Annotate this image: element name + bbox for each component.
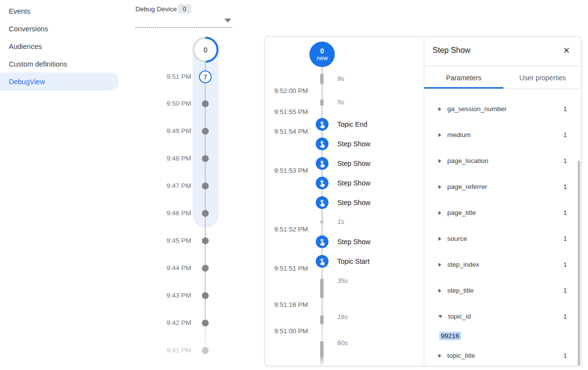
param-count: 1	[563, 131, 567, 139]
chevron-right-icon[interactable]	[438, 354, 441, 358]
param-row-step_index[interactable]: step_index1	[424, 252, 582, 278]
gap-marker	[320, 99, 324, 106]
param-name: source	[447, 235, 467, 242]
event-name[interactable]: Step Show	[337, 237, 370, 247]
param-count: 1	[563, 287, 567, 294]
chevron-right-icon[interactable]	[438, 133, 441, 137]
param-name: page_referrer	[447, 183, 487, 190]
sidebar-item-custom-definitions[interactable]: Custom definitions	[0, 55, 119, 73]
event-timestamp: 9:51:00 PM	[271, 326, 308, 336]
chevron-right-icon[interactable]	[438, 107, 441, 111]
param-row-page_location[interactable]: page_location1	[424, 148, 582, 174]
touch-event-icon[interactable]	[316, 157, 328, 170]
minute-dot[interactable]	[202, 100, 209, 107]
touch-event-icon[interactable]	[316, 177, 328, 189]
sidebar-item-debugview[interactable]: DebugView	[0, 72, 119, 91]
event-timestamp: 9:51:53 PM	[271, 166, 308, 176]
minute-dot[interactable]	[202, 128, 209, 135]
param-count: 1	[563, 209, 567, 216]
event-timestamp: 9:51:51 PM	[271, 264, 308, 274]
param-value-row: 99216	[424, 329, 582, 343]
param-row-ga_session_number[interactable]: ga_session_number1	[424, 96, 582, 122]
event-name[interactable]: Topic End	[337, 119, 367, 129]
minute-dot[interactable]	[202, 155, 209, 162]
param-row-page_referrer[interactable]: page_referrer1	[424, 174, 582, 200]
event-name[interactable]: Step Show	[337, 139, 370, 149]
event-timestamp: 9:51:55 PM	[271, 107, 308, 117]
touch-event-icon[interactable]	[316, 118, 328, 131]
gap-duration-label: 1s	[337, 217, 344, 226]
gap-duration-label: 16s	[337, 313, 348, 322]
chevron-right-icon[interactable]	[438, 211, 441, 215]
param-name: topic_title	[447, 352, 475, 359]
event-name[interactable]: Step Show	[337, 198, 370, 208]
touch-event-icon[interactable]	[316, 138, 328, 150]
param-name: topic_id	[448, 313, 471, 320]
chevron-right-icon[interactable]	[438, 185, 441, 189]
param-row-page_title[interactable]: page_title1	[424, 200, 582, 226]
scrollbar-thumb[interactable]	[578, 161, 580, 366]
minutes-top-spinner[interactable]: 0	[193, 37, 218, 63]
gap-marker	[320, 341, 324, 366]
param-row-topic_title[interactable]: topic_title1	[424, 343, 582, 366]
event-name[interactable]: Step Show	[337, 159, 370, 168]
debug-device-select[interactable]	[135, 15, 232, 28]
touch-event-icon[interactable]	[316, 255, 328, 268]
gap-marker	[320, 278, 324, 298]
minute-dot[interactable]	[202, 320, 209, 326]
minute-event-count[interactable]: 7	[199, 70, 212, 83]
debug-device-label: Debug Device	[135, 5, 177, 13]
minute-dot[interactable]	[202, 347, 209, 354]
tab-parameters[interactable]: Parameters	[424, 66, 503, 89]
debugview-card: 0 new 9:52:00 PM9:51:55 PM9:51:54 PM9:51…	[264, 36, 582, 366]
gap-marker	[320, 73, 324, 84]
minute-time-label: 9:49 PM	[147, 126, 191, 136]
parameters-list: ga_session_number1medium1page_location1p…	[424, 89, 582, 366]
minutes-top-count: 0	[195, 39, 217, 61]
minute-time-label: 9:42 PM	[147, 318, 191, 328]
touch-event-icon[interactable]	[316, 235, 328, 248]
event-timestamp: 9:51:52 PM	[271, 225, 308, 234]
gap-duration-label: 35s	[337, 277, 348, 285]
touch-event-icon[interactable]	[316, 196, 328, 209]
chevron-down-icon	[224, 19, 231, 23]
new-events-badge[interactable]: 0 new	[309, 42, 335, 67]
sidebar-item-events[interactable]: Events	[0, 2, 119, 20]
chevron-right-icon[interactable]	[438, 237, 441, 241]
sidebar-item-conversions[interactable]: Conversions	[0, 20, 119, 38]
param-expanded-value[interactable]: 99216	[439, 332, 461, 340]
new-events-count: 0	[320, 47, 324, 55]
minute-time-label: 9:45 PM	[147, 236, 191, 246]
event-name[interactable]: Topic Start	[337, 256, 370, 266]
param-count: 1	[563, 183, 567, 190]
close-icon[interactable]: ✕	[561, 45, 572, 56]
minute-dot[interactable]	[202, 237, 209, 244]
param-name: step_index	[447, 261, 479, 268]
param-name: medium	[447, 131, 471, 139]
minute-time-label: 9:50 PM	[147, 99, 191, 109]
minute-dot[interactable]	[202, 265, 209, 272]
detail-tabs: Parameters User properties	[424, 66, 582, 89]
chevron-right-icon[interactable]	[438, 289, 441, 293]
tab-user-properties[interactable]: User properties	[503, 66, 582, 89]
event-timestamp: 9:52:00 PM	[271, 86, 308, 96]
minute-time-label: 9:44 PM	[147, 263, 191, 273]
param-row-medium[interactable]: medium1	[424, 122, 582, 148]
chevron-right-icon[interactable]	[438, 263, 441, 267]
new-events-label: new	[317, 55, 328, 62]
param-count: 1	[563, 352, 567, 359]
chevron-right-icon[interactable]	[438, 159, 441, 163]
minute-dot[interactable]	[202, 183, 209, 189]
minute-dot[interactable]	[202, 210, 209, 217]
minute-dot[interactable]	[202, 292, 209, 299]
chevron-down-icon[interactable]	[438, 315, 442, 318]
gap-duration-label: 60s	[337, 339, 348, 347]
param-row-source[interactable]: source1	[424, 226, 582, 252]
param-row-step_title[interactable]: step_title1	[424, 278, 582, 303]
param-name: step_title	[447, 287, 474, 294]
event-name[interactable]: Step Show	[337, 178, 370, 188]
param-name: page_title	[447, 209, 476, 216]
minute-time-label: 9:43 PM	[147, 291, 191, 301]
param-row-topic_id[interactable]: topic_id1	[424, 303, 582, 329]
sidebar-item-audiences[interactable]: Audiences	[0, 37, 119, 55]
